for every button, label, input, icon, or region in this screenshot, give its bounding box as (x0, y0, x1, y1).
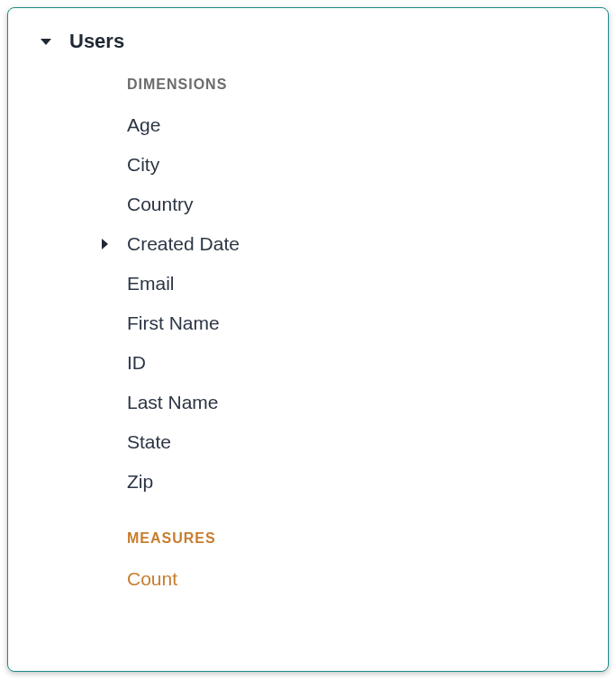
field-label: First Name (127, 312, 220, 334)
dimension-field[interactable]: Email (127, 264, 590, 303)
measures-header: MEASURES (127, 530, 590, 547)
field-label: Age (127, 114, 160, 136)
field-label: Last Name (127, 392, 219, 413)
field-picker-panel: Users DIMENSIONS AgeCityCountryCreated D… (7, 7, 609, 672)
field-label: Count (127, 568, 177, 590)
dimension-field[interactable]: State (127, 422, 590, 462)
dimension-field[interactable]: City (127, 145, 590, 185)
dimensions-list: AgeCityCountryCreated DateEmailFirst Nam… (127, 105, 590, 502)
dimension-field[interactable]: First Name (127, 303, 590, 343)
dimension-field[interactable]: Country (127, 185, 590, 224)
dimension-field[interactable]: Created Date (127, 224, 590, 264)
dimension-field[interactable]: Zip (127, 462, 590, 502)
dimensions-section: DIMENSIONS AgeCityCountryCreated DateEma… (127, 77, 590, 599)
field-label: ID (127, 352, 146, 374)
view-title: Users (69, 30, 124, 53)
view-header[interactable]: Users (41, 30, 590, 53)
field-label: Zip (127, 471, 153, 493)
dimension-field[interactable]: Age (127, 105, 590, 145)
dimensions-header: DIMENSIONS (127, 77, 590, 93)
dimension-field[interactable]: ID (127, 343, 590, 383)
chevron-down-icon (41, 39, 51, 45)
field-label: City (127, 154, 159, 176)
field-label: Country (127, 194, 194, 215)
field-label: State (127, 431, 171, 453)
dimension-field[interactable]: Last Name (127, 383, 590, 422)
chevron-right-icon[interactable] (98, 239, 111, 249)
measures-list: Count (127, 559, 590, 599)
field-label: Email (127, 273, 175, 294)
field-label: Created Date (127, 233, 240, 255)
measure-field[interactable]: Count (127, 559, 590, 599)
